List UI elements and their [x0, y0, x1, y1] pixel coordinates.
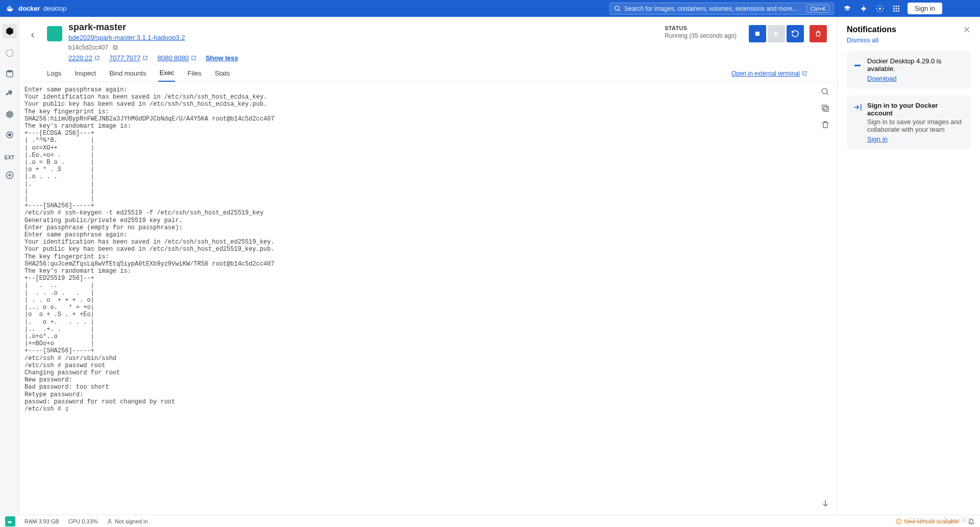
svg-rect-34 — [755, 32, 760, 36]
tab-inspect[interactable]: Inspect — [74, 65, 97, 81]
external-icon — [191, 55, 197, 61]
sidebar-containers[interactable] — [3, 24, 17, 38]
brand-light: desktop — [43, 5, 67, 12]
terminal-panel: Enter same passphrase again: Your identi… — [19, 82, 837, 515]
delete-button[interactable] — [810, 25, 827, 42]
signin-icon — [853, 103, 862, 112]
svg-rect-3 — [9, 6, 10, 7]
download-icon — [853, 58, 862, 67]
header-text: spark-master bde2020/spark-master:3.1.1-… — [68, 22, 658, 62]
back-button[interactable] — [24, 27, 41, 43]
search-input[interactable] — [624, 5, 803, 12]
svg-rect-14 — [898, 6, 900, 7]
new-version-badge[interactable]: New version available — [896, 518, 959, 524]
tab-bindmounts[interactable]: Bind mounts — [108, 65, 147, 81]
svg-rect-19 — [896, 10, 897, 12]
bug-icon[interactable] — [860, 5, 868, 13]
port-link-2[interactable]: 8080:8080 — [157, 54, 196, 62]
open-external-terminal[interactable]: Open in external terminal — [731, 70, 807, 77]
sidebar-scout[interactable] — [4, 129, 15, 140]
svg-rect-1 — [9, 7, 10, 8]
tab-files[interactable]: Files — [186, 65, 202, 81]
sidebar-builds[interactable] — [4, 88, 15, 100]
restart-button[interactable] — [787, 25, 804, 42]
tab-stats[interactable]: Stats — [214, 65, 231, 81]
brand-logo: dockerdesktop — [4, 4, 66, 13]
sidebar-volumes[interactable] — [4, 68, 15, 79]
svg-point-25 — [6, 50, 13, 57]
notifications-title: Notifications — [847, 25, 963, 34]
svg-rect-20 — [898, 10, 900, 12]
svg-line-5 — [619, 9, 620, 11]
sidebar-devenvs[interactable] — [4, 109, 15, 120]
external-icon — [802, 70, 807, 76]
titlebar-icons — [843, 5, 900, 13]
dismiss-all-link[interactable]: Dismiss all — [847, 36, 971, 44]
svg-line-37 — [826, 93, 828, 95]
ports-row: 2220:22 7077:7077 8080:8080 Show less — [68, 54, 658, 62]
search-terminal-icon[interactable] — [821, 87, 830, 97]
titlebar: dockerdesktop Ctrl+K Sign in — [0, 0, 980, 17]
learn-icon[interactable] — [843, 5, 851, 13]
settings-icon[interactable] — [876, 5, 884, 13]
svg-rect-18 — [893, 10, 895, 12]
svg-point-43 — [109, 519, 111, 521]
user-icon — [107, 518, 113, 524]
port-link-0[interactable]: 2220:22 — [68, 54, 100, 62]
svg-point-11 — [879, 8, 881, 10]
svg-rect-17 — [898, 8, 900, 9]
sidebar-add-extension[interactable] — [4, 170, 15, 181]
notif-sub: Sign in to save your images and collabor… — [867, 118, 965, 133]
port-link-1[interactable]: 7077:7077 — [109, 54, 148, 62]
stop-button[interactable] — [749, 25, 766, 42]
search-icon — [614, 5, 621, 12]
notif-signin-link[interactable]: Sign in — [867, 135, 888, 143]
restart-icon — [791, 30, 799, 38]
sidebar-ext-label: EXT — [5, 155, 14, 160]
signin-button[interactable]: Sign in — [908, 3, 942, 14]
show-less-link[interactable]: Show less — [206, 54, 238, 62]
brand-bold: docker — [18, 5, 40, 12]
copy-terminal-icon[interactable] — [821, 104, 830, 113]
tab-logs[interactable]: Logs — [46, 65, 62, 81]
engine-status-icon[interactable] — [5, 516, 15, 526]
global-search[interactable]: Ctrl+K — [609, 3, 834, 15]
svg-point-4 — [615, 6, 619, 10]
chevron-left-icon — [29, 31, 37, 39]
sidebar-images[interactable] — [4, 47, 15, 59]
notif-title: Docker Desktop 4.29.0 is available. — [867, 57, 965, 73]
svg-rect-33 — [113, 45, 116, 49]
container-header: spark-master bde2020/spark-master:3.1.1-… — [19, 17, 837, 65]
svg-rect-16 — [896, 8, 897, 9]
apps-icon[interactable] — [892, 5, 900, 13]
statusbar: RAM 3.93 GB CPU 0.33% Not signed in New … — [0, 515, 980, 527]
image-link[interactable]: bde2020/spark-master:3.1.1-hadoop3.2 — [68, 34, 185, 41]
ram-usage: RAM 3.93 GB — [24, 518, 59, 524]
clear-terminal-icon[interactable] — [821, 120, 830, 129]
tabs: Logs Inspect Bind mounts Exec Files Stat… — [19, 65, 837, 82]
notif-title: Sign in to your Docker account — [867, 102, 938, 117]
whale-icon — [6, 4, 15, 13]
svg-point-46 — [899, 522, 899, 523]
external-icon — [142, 55, 148, 61]
status-label: STATUS — [665, 25, 737, 31]
notification-card: Docker Desktop 4.29.0 is available. Down… — [847, 51, 971, 88]
svg-rect-0 — [7, 7, 8, 8]
close-notifications-icon[interactable] — [963, 26, 971, 34]
action-buttons — [749, 22, 827, 42]
trash-icon — [815, 30, 822, 37]
container-id: b14c5d2cc407 — [68, 44, 108, 51]
svg-marker-35 — [775, 31, 779, 36]
bell-icon[interactable] — [968, 518, 975, 525]
notif-download-link[interactable]: Download — [867, 75, 897, 82]
tab-exec[interactable]: Exec — [158, 65, 175, 82]
scroll-to-bottom[interactable] — [821, 498, 830, 508]
stop-icon — [754, 30, 761, 37]
svg-point-28 — [8, 134, 11, 136]
notification-card: Sign in to your Docker account Sign in t… — [847, 95, 971, 149]
copy-icon[interactable] — [112, 44, 118, 51]
svg-rect-32 — [114, 46, 117, 50]
terminal-output[interactable]: Enter same passphrase again: Your identi… — [19, 82, 837, 417]
play-icon — [773, 30, 780, 37]
signin-status: Not signed in — [107, 518, 148, 524]
